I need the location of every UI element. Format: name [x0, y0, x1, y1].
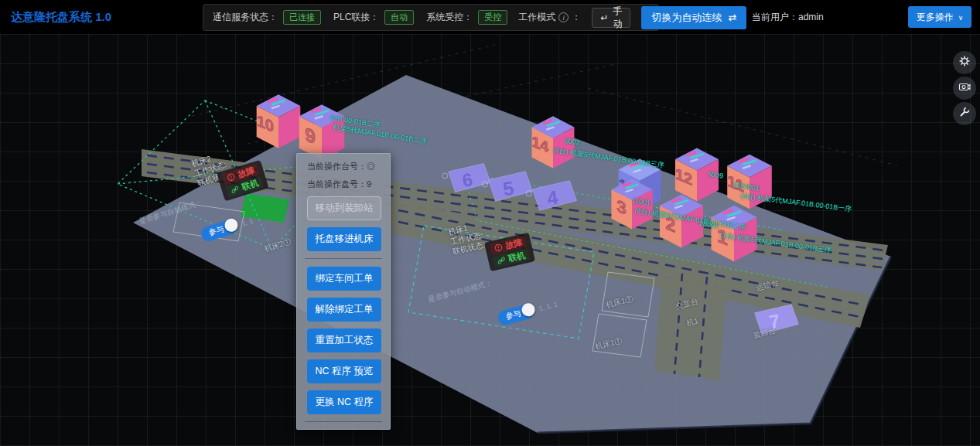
alarm-icon	[226, 172, 237, 182]
menu-buttons: 移动到装卸站托盘移进机床绑定车间工单解除绑定工单重置加工状态NC 程序 预览更换…	[307, 196, 380, 422]
cube-number: 3	[616, 196, 626, 219]
status-badge: 受控	[478, 10, 507, 25]
menu-info-line-1: 当前操作盘号：9	[307, 179, 380, 190]
gear-icon	[958, 55, 971, 70]
fab-wrench[interactable]	[953, 102, 976, 125]
menu-info-line-0: 当前操作台号：◎	[307, 161, 380, 172]
status-label: 系统受控：	[426, 11, 473, 24]
status-badge: 已连接	[283, 10, 321, 25]
current-user: 当前用户：admin	[752, 0, 824, 34]
wrench-icon	[958, 106, 971, 121]
status-item-0: 通信服务状态： 已连接	[213, 10, 321, 25]
camera-icon	[958, 80, 971, 96]
status-label: 通信服务状态：	[213, 11, 278, 24]
status-label: PLC联接：	[333, 11, 379, 24]
alarm-icon	[493, 243, 504, 253]
status-badge: 自动	[384, 10, 414, 25]
status-item-2: 系统受控： 受控	[426, 10, 507, 25]
swap-icon: ⇄	[728, 12, 736, 23]
menu-button-移动到装卸站: 移动到装卸站	[307, 196, 381, 220]
chevron-down-icon: ∨	[958, 14, 964, 22]
menu-divider	[305, 258, 382, 259]
cube-number: 9	[305, 123, 316, 148]
menu-divider	[305, 421, 382, 422]
more-actions-button[interactable]: 更多操作 ∨	[908, 6, 971, 28]
switch-auto-button[interactable]: 切换为自动连续 ⇄	[641, 6, 746, 29]
floor-plan	[0, 34, 980, 446]
menu-info-value: 9	[367, 179, 371, 189]
tile-marker-icon	[526, 191, 531, 196]
link-icon	[497, 255, 507, 265]
work-mode-label: 工作模式 i ：	[518, 11, 581, 24]
app-title: 达意隆托盘系统 1.0	[11, 0, 111, 34]
status-items: 通信服务状态： 已连接PLC联接： 自动系统受控： 受控	[213, 10, 507, 25]
menu-info: 当前操作台号：◎当前操作盘号：9	[307, 161, 380, 190]
menu-button-更换-NC-程序[interactable]: 更换 NC 程序	[307, 390, 381, 414]
fab-camera[interactable]	[953, 77, 976, 100]
app-header: 达意隆托盘系统 1.0 通信服务状态： 已连接PLC联接： 自动系统受控： 受控…	[0, 0, 980, 34]
menu-button-重置加工状态[interactable]: 重置加工状态	[307, 329, 381, 352]
toggle-suffix: 1, 1, 1	[538, 300, 558, 312]
menu-button-NC-程序-预览[interactable]: NC 程序 预览	[307, 359, 381, 383]
menu-info-value: ◎	[367, 162, 375, 171]
menu-button-托盘移进机床[interactable]: 托盘移进机床	[307, 227, 381, 251]
fab-gear[interactable]	[953, 51, 976, 74]
menu-button-解除绑定工单[interactable]: 解除绑定工单	[307, 298, 381, 322]
pallet-tile-4[interactable]: 4	[528, 178, 582, 213]
toggle-suffix: 1, 1	[241, 216, 254, 227]
menu-button-绑定车间工单[interactable]: 绑定车间工单	[307, 267, 381, 291]
enter-icon: ↵	[600, 12, 608, 23]
context-menu: 当前操作台号：◎当前操作盘号：9 移动到装卸站托盘移进机床绑定车间工单解除绑定工…	[296, 153, 391, 430]
manual-mode-button[interactable]: ↵ 手动	[592, 8, 630, 28]
status-bar: 通信服务状态： 已连接PLC联接： 自动系统受控： 受控 工作模式 i ： ↵ …	[203, 4, 659, 31]
factory-3d-view[interactable]: 10 9 14 13 12	[0, 34, 980, 446]
link-icon	[230, 185, 241, 196]
status-item-1: PLC联接： 自动	[333, 10, 414, 25]
info-icon[interactable]: i	[558, 12, 569, 22]
